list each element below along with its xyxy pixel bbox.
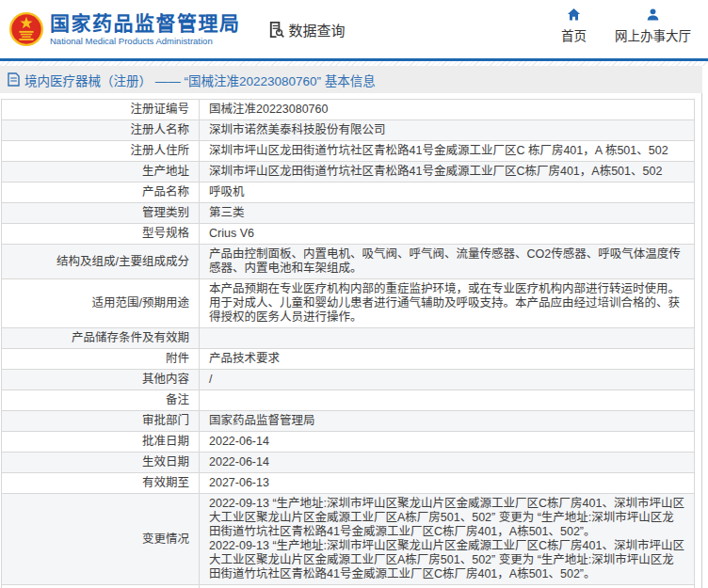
row-value: 2027-06-13 (200, 473, 695, 494)
row-label: 适用范围/预期用途 (2, 279, 200, 328)
registration-detail: 注册证编号国械注准20223080760 注册人名称深圳市诺然美泰科技股份有限公… (0, 93, 708, 588)
row-value (200, 390, 695, 411)
breadcrumb: 境内医疗器械（注册） —— “国械注准20223080760” 基本信息 (24, 71, 376, 89)
row-value: 产品由控制面板、内置电机、吸气阀、呼气阀、流量传感器、CO2传感器、呼吸气体温度… (200, 245, 695, 279)
table-row: 注册证编号国械注准20223080760 (2, 100, 695, 120)
row-label: 批准日期 (2, 432, 200, 453)
header-nav: 首页 网上办事大厅 (561, 8, 691, 44)
data-query-label: 数据查询 (289, 20, 346, 40)
table-row: 附件产品技术要求 (2, 349, 695, 370)
table-row: 适用范围/预期用途本产品预期在专业医疗机构内部的重症监护环境，或在专业医疗机构内… (2, 279, 695, 328)
breadcrumb-bar: 境内医疗器械（注册） —— “国械注准20223080760” 基本信息 (0, 66, 702, 93)
row-value: 呼吸机 (200, 183, 695, 203)
home-icon (567, 8, 581, 22)
row-label: 附件 (2, 349, 200, 370)
table-row: 生效日期2022-06-14 (2, 453, 695, 473)
row-label: 生效日期 (2, 453, 200, 473)
document-icon (8, 72, 20, 87)
row-value: 第三类 (200, 203, 695, 224)
row-label: 生产地址 (2, 162, 200, 183)
row-value: 深圳市坪山区龙田街道竹坑社区青松路41号金威源工业厂区C 栋厂房401，A 栋5… (200, 141, 695, 162)
row-label: 注册人名称 (2, 120, 200, 141)
row-label: 产品储存条件及有效期 (2, 328, 200, 349)
row-label: 变更情况 (2, 494, 200, 585)
table-row: 审批部门国家药品监督管理局 (2, 411, 695, 432)
table-row: 其他内容/ (2, 370, 695, 390)
nav-online-hall[interactable]: 网上办事大厅 (615, 8, 691, 44)
row-value: 2022-06-14 (200, 432, 695, 453)
row-value: 深圳市坪山区龙田街道竹坑社区青松路41号金威源工业厂区C栋厂房401，A栋501… (200, 162, 695, 183)
row-value: 2022-06-14 (200, 453, 695, 473)
right-rule (701, 93, 702, 588)
row-label: 注册人住所 (2, 141, 200, 162)
row-label: 其他内容 (2, 370, 200, 390)
table-row: 产品储存条件及有效期 (2, 328, 695, 349)
table-row: 结构及组成/主要组成成分产品由控制面板、内置电机、吸气阀、呼气阀、流量传感器、C… (2, 245, 695, 279)
row-value: 深圳市诺然美泰科技股份有限公司 (200, 120, 695, 141)
national-emblem-icon (8, 11, 44, 47)
row-value: 本产品预期在专业医疗机构内部的重症监护环境，或在专业医疗机构内部进行转运时使用。… (200, 279, 695, 328)
row-label: 结构及组成/主要组成成分 (2, 245, 200, 279)
document-magnifier-icon (267, 21, 285, 39)
row-label: 型号规格 (2, 224, 200, 245)
registration-info-table: 注册证编号国械注准20223080760 注册人名称深圳市诺然美泰科技股份有限公… (1, 99, 695, 588)
table-row-note: 注 详情 (2, 585, 695, 588)
table-row: 备注 (2, 390, 695, 411)
nav-home-label: 首页 (561, 25, 587, 44)
table-row-change-record: 变更情况2022-09-13 “生产地址:深圳市坪山区聚龙山片区金威源工业厂区C… (2, 494, 695, 585)
page-header: 国家药品监督管理局 National Medical Products Admi… (0, 0, 708, 58)
table-row: 注册人名称深圳市诺然美泰科技股份有限公司 (2, 120, 695, 141)
table-row: 产品名称呼吸机 (2, 183, 695, 203)
table-row: 型号规格Crius V6 (2, 224, 695, 245)
nav-home[interactable]: 首页 (561, 8, 587, 44)
row-label: 产品名称 (2, 183, 200, 203)
row-label: 审批部门 (2, 411, 200, 432)
table-row: 生产地址深圳市坪山区龙田街道竹坑社区青松路41号金威源工业厂区C栋厂房401，A… (2, 162, 695, 183)
row-value: 产品技术要求 (200, 349, 695, 370)
table-row: 批准日期2022-06-14 (2, 432, 695, 453)
table-row: 有效期至2027-06-13 (2, 473, 695, 494)
table-row: 注册人住所深圳市坪山区龙田街道竹坑社区青松路41号金威源工业厂区C 栋厂房401… (2, 141, 695, 162)
row-label: 注册证编号 (2, 100, 200, 120)
data-query-tab[interactable]: 数据查询 (267, 20, 346, 40)
row-value: 国家药品监督管理局 (200, 411, 695, 432)
row-label: 管理类别 (2, 203, 200, 224)
nav-online-hall-label: 网上办事大厅 (615, 25, 691, 44)
user-icon (646, 8, 660, 22)
row-value (200, 328, 695, 349)
row-value: / (200, 370, 695, 390)
row-label: 备注 (2, 390, 200, 411)
agency-logo[interactable]: 国家药品监督管理局 National Medical Products Admi… (8, 11, 241, 47)
row-value: Crius V6 (200, 224, 695, 245)
table-row: 管理类别第三类 (2, 203, 695, 224)
change-record-value: 2022-09-13 “生产地址:深圳市坪山区聚龙山片区金威源工业厂区C栋厂房4… (200, 494, 695, 585)
row-label: 有效期至 (2, 473, 200, 494)
row-value: 国械注准20223080760 (200, 100, 695, 120)
agency-name-cn: 国家药品监督管理局 (50, 12, 241, 34)
agency-name-en: National Medical Products Administration (50, 37, 241, 46)
